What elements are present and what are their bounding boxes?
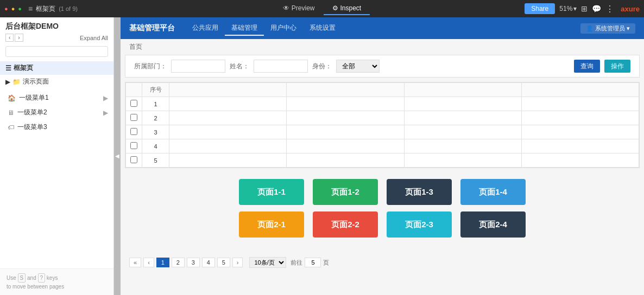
row2-col3 [404, 111, 521, 125]
eye-icon: 👁 [283, 4, 289, 12]
admin-badge[interactable]: 👤 系统管理员 ▾ [580, 23, 635, 34]
pagination-page-2[interactable]: 2 [172, 258, 185, 267]
tab-inspect[interactable]: ⚙ Inspect [324, 2, 370, 15]
collapse-toggle[interactable]: ◀ [114, 17, 121, 295]
pagination-page-4[interactable]: 4 [202, 258, 215, 267]
comment-icon[interactable]: 💬 [592, 4, 601, 13]
dept-label: 所属部门： [134, 62, 167, 71]
page-btn-2-1[interactable]: 页面2-1 [239, 211, 304, 238]
left-panel-header: 后台框架DEMO ‹ › Expand All [0, 17, 113, 44]
chevron-down-icon: ▾ [627, 25, 630, 32]
tab-preview[interactable]: 👁 Preview [274, 2, 324, 15]
dept-input[interactable] [171, 60, 225, 73]
tree-item-yanshi[interactable]: ▶ 📁 演示页面 [0, 75, 113, 88]
expand-all-button[interactable]: Expand All [80, 35, 108, 41]
pagination-prev[interactable]: ‹ [143, 258, 154, 267]
page-btn-2-4[interactable]: 页面2-4 [460, 211, 526, 238]
status-select[interactable]: 全部 管理员 普通用户 [336, 60, 380, 73]
page-buttons-grid: 页面1-1 页面1-2 页面1-3 页面1-4 页面2-1 页面2-2 页面2-… [121, 168, 644, 248]
sidebar-item-label: 一级菜单2 [17, 108, 47, 117]
chevron-right-icon: ▶ [103, 109, 108, 117]
more-icon[interactable]: ⋮ [605, 4, 614, 14]
pagination-page-3[interactable]: 3 [187, 258, 200, 267]
status-label: 身份： [312, 62, 332, 71]
row1-checkbox[interactable] [130, 100, 137, 107]
data-table: 序号 1 [125, 82, 639, 168]
nav-item-system[interactable]: 系统设置 [303, 21, 342, 36]
menu-icon[interactable]: ≡ [28, 4, 33, 13]
main-layout: 后台框架DEMO ‹ › Expand All ☰ 框架页 ▶ 📁 演示页面 [0, 17, 644, 295]
row4-col1 [169, 139, 287, 153]
pagination-next[interactable]: › [232, 258, 243, 267]
pagination-page-5[interactable]: 5 [217, 258, 230, 267]
nav-next-button[interactable]: › [15, 34, 23, 42]
share-button[interactable]: Share [525, 3, 555, 14]
row2-col2 [287, 111, 404, 125]
row2-checkbox[interactable] [130, 114, 137, 121]
hint-key-s: S [18, 273, 26, 283]
table-wrapper: 序号 1 [125, 82, 640, 168]
sidebar-item-menu3[interactable]: 🏷 一级菜单3 [0, 120, 113, 134]
page-btn-2-2[interactable]: 页面2-2 [313, 211, 378, 238]
goto-input[interactable] [305, 258, 321, 267]
toolbar-right: Share 51% ▾ ⊞ 💬 ⋮ axure [373, 3, 640, 14]
page-btn-1-4[interactable]: 页面1-4 [460, 179, 526, 205]
pagination: « ‹ 1 2 3 4 5 › 10条/页 20条/页 50条/页 前往 页 [121, 253, 644, 272]
row5-col3 [404, 153, 521, 168]
row4-col4 [521, 139, 639, 153]
row2-num: 2 [142, 111, 169, 125]
folder-icon: ▶ [5, 78, 10, 86]
row4-col2 [287, 139, 404, 153]
row5-num: 5 [142, 153, 169, 168]
page-btn-1-3[interactable]: 页面1-3 [387, 179, 452, 205]
name-input[interactable] [254, 60, 308, 73]
pagination-page-1[interactable]: 1 [156, 258, 169, 267]
row2-col1 [169, 111, 287, 125]
app-nav: 公共应用 基础管理 用户中心 系统设置 [186, 21, 342, 36]
page-btn-2-3[interactable]: 页面2-3 [387, 211, 452, 238]
action-button[interactable]: 操作 [604, 60, 630, 73]
close-icon[interactable]: ● [4, 5, 8, 12]
row2-col4 [521, 111, 639, 125]
tree-item-jiajia[interactable]: ☰ 框架页 [0, 61, 113, 75]
page-unit: 页 [323, 259, 329, 267]
sidebar-item-menu2[interactable]: 🖥 一级菜单2 ▶ [0, 105, 113, 120]
sidebar-item-menu1[interactable]: 🏠 一级菜单1 ▶ [0, 91, 113, 105]
nav-item-basic[interactable]: 基础管理 [225, 21, 264, 36]
pagination-first[interactable]: « [129, 258, 141, 267]
nav-item-user[interactable]: 用户中心 [264, 21, 303, 36]
row5-checkbox[interactable] [130, 156, 137, 163]
grid-icon[interactable]: ⊞ [581, 4, 588, 13]
page-size-select[interactable]: 10条/页 20条/页 50条/页 [249, 257, 286, 268]
minimize-icon[interactable]: ● [11, 5, 15, 12]
nav-item-public[interactable]: 公共应用 [186, 21, 225, 36]
row4-checkbox[interactable] [130, 142, 137, 149]
axure-logo: axure [621, 5, 640, 13]
page-goto: 前往 页 [291, 258, 329, 267]
user-icon: 👤 [586, 25, 594, 32]
query-button[interactable]: 查询 [574, 60, 600, 73]
zoom-control[interactable]: 51% ▾ [559, 5, 577, 12]
toolbar-page-info: (1 of 9) [59, 5, 78, 12]
goto-label: 前往 [291, 259, 302, 267]
table-row: 4 [126, 139, 639, 153]
toolbar-center: 👁 Preview ⚙ Inspect [274, 2, 370, 15]
col-empty4-header [521, 83, 639, 97]
app-header: 基础管理平台 公共应用 基础管理 用户中心 系统设置 👤 系统管理员 ▾ [121, 17, 644, 39]
content-wrapper: 首页 所属部门： 姓名： 身份： 全部 管理员 普通用户 查询 操作 [121, 39, 644, 295]
folder-open-icon: 📁 [12, 78, 21, 86]
left-panel: 后台框架DEMO ‹ › Expand All ☰ 框架页 ▶ 📁 演示页面 [0, 17, 114, 295]
row3-checkbox[interactable] [130, 128, 137, 135]
hint-use: Use [7, 275, 16, 281]
nav-prev-button[interactable]: ‹ [5, 34, 14, 42]
page-btn-1-1[interactable]: 页面1-1 [239, 179, 304, 205]
toolbar-title: 框架页 [36, 4, 55, 14]
row3-col4 [521, 125, 639, 139]
panel-controls: ‹ › Expand All [5, 34, 108, 42]
maximize-icon[interactable]: ● [18, 5, 22, 12]
row3-col1 [169, 125, 287, 139]
page-btn-1-2[interactable]: 页面1-2 [313, 179, 378, 205]
breadcrumb-home[interactable]: 首页 [129, 43, 142, 50]
row3-col3 [404, 125, 521, 139]
search-input[interactable] [5, 46, 108, 57]
